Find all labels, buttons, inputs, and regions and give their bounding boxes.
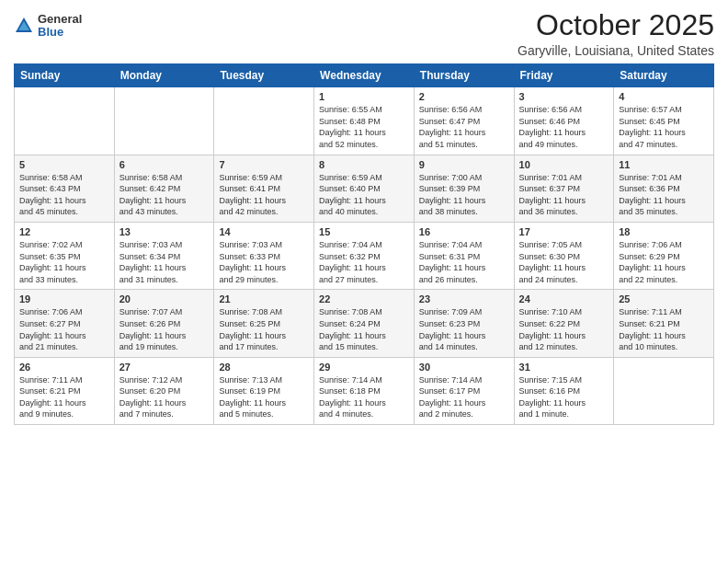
day-info: Sunrise: 7:01 AM Sunset: 6:37 PM Dayligh… [519,172,609,218]
day-info: Sunrise: 6:55 AM Sunset: 6:48 PM Dayligh… [319,104,409,150]
title-month: October 2025 [518,9,714,41]
day-number: 29 [319,362,409,373]
day-info: Sunrise: 6:56 AM Sunset: 6:47 PM Dayligh… [419,104,509,150]
logo-icon [14,16,34,36]
table-row [114,87,214,155]
day-info: Sunrise: 7:14 AM Sunset: 6:18 PM Dayligh… [319,374,409,420]
day-number: 9 [419,159,509,170]
table-row: 21Sunrise: 7:08 AM Sunset: 6:25 PM Dayli… [214,290,314,357]
table-row: 20Sunrise: 7:07 AM Sunset: 6:26 PM Dayli… [114,290,214,357]
table-row: 27Sunrise: 7:12 AM Sunset: 6:20 PM Dayli… [114,357,214,424]
table-row: 25Sunrise: 7:11 AM Sunset: 6:21 PM Dayli… [614,290,714,357]
table-row: 19Sunrise: 7:06 AM Sunset: 6:27 PM Dayli… [15,290,115,357]
table-row: 24Sunrise: 7:10 AM Sunset: 6:22 PM Dayli… [514,290,614,357]
day-info: Sunrise: 7:08 AM Sunset: 6:24 PM Dayligh… [319,306,409,352]
day-info: Sunrise: 7:04 AM Sunset: 6:32 PM Dayligh… [319,239,409,285]
day-info: Sunrise: 6:57 AM Sunset: 6:45 PM Dayligh… [619,104,709,150]
table-row: 16Sunrise: 7:04 AM Sunset: 6:31 PM Dayli… [414,222,514,289]
table-row: 4Sunrise: 6:57 AM Sunset: 6:45 PM Daylig… [614,87,714,155]
day-info: Sunrise: 7:05 AM Sunset: 6:30 PM Dayligh… [519,239,609,285]
table-row: 6Sunrise: 6:58 AM Sunset: 6:42 PM Daylig… [114,155,214,222]
table-row [214,87,314,155]
header: General Blue October 2025 Garyville, Lou… [14,9,714,58]
day-number: 6 [119,159,210,170]
day-info: Sunrise: 6:58 AM Sunset: 6:42 PM Dayligh… [119,172,210,218]
day-info: Sunrise: 7:03 AM Sunset: 6:34 PM Dayligh… [119,239,210,285]
table-row: 8Sunrise: 6:59 AM Sunset: 6:40 PM Daylig… [314,155,415,222]
day-number: 1 [319,91,409,102]
day-number: 31 [519,362,609,373]
calendar-page: General Blue October 2025 Garyville, Lou… [0,0,728,563]
day-info: Sunrise: 7:06 AM Sunset: 6:29 PM Dayligh… [619,239,709,285]
day-info: Sunrise: 7:12 AM Sunset: 6:20 PM Dayligh… [119,374,210,420]
day-number: 14 [219,226,309,237]
day-info: Sunrise: 7:00 AM Sunset: 6:39 PM Dayligh… [419,172,509,218]
title-location: Garyville, Louisiana, United States [518,43,714,58]
col-wednesday: Wednesday [314,64,415,87]
table-row: 17Sunrise: 7:05 AM Sunset: 6:30 PM Dayli… [514,222,614,289]
day-number: 10 [519,159,609,170]
table-row: 23Sunrise: 7:09 AM Sunset: 6:23 PM Dayli… [414,290,514,357]
day-number: 7 [219,159,309,170]
col-friday: Friday [514,64,614,87]
day-number: 3 [519,91,609,102]
day-number: 8 [319,159,409,170]
table-row [614,357,714,424]
day-number: 23 [419,293,509,304]
col-monday: Monday [114,64,214,87]
day-info: Sunrise: 6:59 AM Sunset: 6:40 PM Dayligh… [319,172,409,218]
day-number: 11 [619,159,709,170]
table-row: 9Sunrise: 7:00 AM Sunset: 6:39 PM Daylig… [414,155,514,222]
col-thursday: Thursday [414,64,514,87]
col-saturday: Saturday [614,64,714,87]
day-number: 17 [519,226,609,237]
day-number: 21 [219,293,309,304]
day-number: 19 [19,293,109,304]
day-number: 5 [19,159,109,170]
col-sunday: Sunday [15,64,115,87]
calendar-week-row: 12Sunrise: 7:02 AM Sunset: 6:35 PM Dayli… [15,222,714,289]
day-info: Sunrise: 6:58 AM Sunset: 6:43 PM Dayligh… [19,172,109,218]
title-block: October 2025 Garyville, Louisiana, Unite… [518,9,714,58]
table-row: 10Sunrise: 7:01 AM Sunset: 6:37 PM Dayli… [514,155,614,222]
calendar-table: Sunday Monday Tuesday Wednesday Thursday… [14,63,714,425]
day-info: Sunrise: 6:56 AM Sunset: 6:46 PM Dayligh… [519,104,609,150]
logo: General Blue [14,13,82,40]
day-info: Sunrise: 7:11 AM Sunset: 6:21 PM Dayligh… [619,306,709,352]
day-info: Sunrise: 7:15 AM Sunset: 6:16 PM Dayligh… [519,374,609,420]
day-number: 15 [319,226,409,237]
day-number: 18 [619,226,709,237]
day-number: 22 [319,293,409,304]
table-row: 1Sunrise: 6:55 AM Sunset: 6:48 PM Daylig… [314,87,415,155]
table-row: 28Sunrise: 7:13 AM Sunset: 6:19 PM Dayli… [214,357,314,424]
day-number: 16 [419,226,509,237]
logo-text: General Blue [38,13,82,40]
calendar-header-row: Sunday Monday Tuesday Wednesday Thursday… [15,64,714,87]
table-row: 7Sunrise: 6:59 AM Sunset: 6:41 PM Daylig… [214,155,314,222]
table-row: 5Sunrise: 6:58 AM Sunset: 6:43 PM Daylig… [15,155,115,222]
logo-general: General [38,13,82,26]
day-number: 4 [619,91,709,102]
table-row: 31Sunrise: 7:15 AM Sunset: 6:16 PM Dayli… [514,357,614,424]
day-info: Sunrise: 7:06 AM Sunset: 6:27 PM Dayligh… [19,306,109,352]
day-info: Sunrise: 7:14 AM Sunset: 6:17 PM Dayligh… [419,374,509,420]
day-number: 2 [419,91,509,102]
day-number: 26 [19,362,109,373]
table-row: 30Sunrise: 7:14 AM Sunset: 6:17 PM Dayli… [414,357,514,424]
day-info: Sunrise: 7:11 AM Sunset: 6:21 PM Dayligh… [19,374,109,420]
day-info: Sunrise: 7:08 AM Sunset: 6:25 PM Dayligh… [219,306,309,352]
day-number: 25 [619,293,709,304]
day-number: 27 [119,362,210,373]
table-row: 3Sunrise: 6:56 AM Sunset: 6:46 PM Daylig… [514,87,614,155]
table-row: 14Sunrise: 7:03 AM Sunset: 6:33 PM Dayli… [214,222,314,289]
day-number: 30 [419,362,509,373]
day-info: Sunrise: 7:02 AM Sunset: 6:35 PM Dayligh… [19,239,109,285]
day-info: Sunrise: 7:09 AM Sunset: 6:23 PM Dayligh… [419,306,509,352]
table-row: 26Sunrise: 7:11 AM Sunset: 6:21 PM Dayli… [15,357,115,424]
day-number: 28 [219,362,309,373]
table-row: 2Sunrise: 6:56 AM Sunset: 6:47 PM Daylig… [414,87,514,155]
table-row: 12Sunrise: 7:02 AM Sunset: 6:35 PM Dayli… [15,222,115,289]
day-number: 24 [519,293,609,304]
day-number: 13 [119,226,210,237]
calendar-week-row: 1Sunrise: 6:55 AM Sunset: 6:48 PM Daylig… [15,87,714,155]
